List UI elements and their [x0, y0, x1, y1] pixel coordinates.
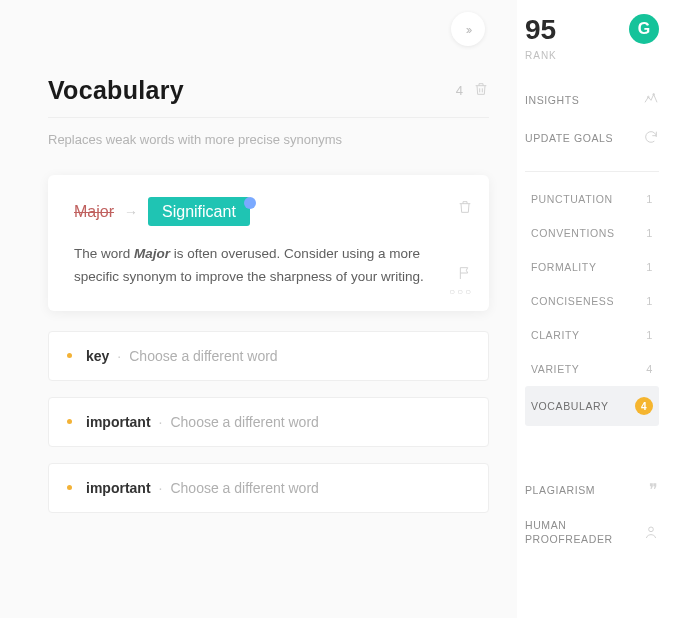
insights-link[interactable]: INSIGHTS: [525, 81, 659, 119]
suggestion-row[interactable]: important·Choose a different word: [48, 397, 489, 447]
bullet-icon: [67, 419, 72, 424]
svg-point-2: [649, 527, 654, 532]
score-value: 95: [525, 14, 556, 46]
suggestion-row[interactable]: important·Choose a different word: [48, 463, 489, 513]
card-text-pre: The word: [74, 246, 134, 261]
sidebar-item-count: 1: [646, 227, 653, 239]
card-actions: [457, 199, 473, 285]
sidebar-item-variety[interactable]: VARIETY4: [525, 352, 659, 386]
separator: ·: [159, 480, 163, 496]
plagiarism-link[interactable]: PLAGIARISM ❞: [525, 470, 659, 509]
person-icon: [643, 524, 659, 542]
score-row: 95 G: [525, 14, 659, 46]
more-icon[interactable]: ○○○: [449, 286, 473, 297]
sidebar-divider: [525, 171, 659, 172]
suggestion-word: important: [86, 414, 151, 430]
proofreader-link[interactable]: HUMAN PROOFREADER: [525, 509, 659, 556]
main-panel: ›› Vocabulary 4 Replaces weak words with…: [0, 0, 517, 618]
insights-label: INSIGHTS: [525, 94, 579, 106]
sidebar-item-label: VARIETY: [531, 363, 579, 375]
sidebar-item-conventions[interactable]: CONVENTIONS1: [525, 216, 659, 250]
grammarly-logo[interactable]: G: [629, 14, 659, 44]
sidebar-item-label: VOCABULARY: [531, 400, 609, 412]
chevrons-right-icon: ››: [466, 22, 471, 37]
proofreader-label: HUMAN PROOFREADER: [525, 519, 643, 546]
suggestion-list: key·Choose a different wordimportant·Cho…: [48, 331, 489, 513]
suggestion-word: key: [86, 348, 109, 364]
refresh-icon: [643, 129, 659, 147]
section-title: Vocabulary: [48, 76, 184, 105]
bullet-icon: [67, 485, 72, 490]
suggestion-card: Major → Significant The word Major is of…: [48, 175, 489, 311]
sidebar-item-formality[interactable]: FORMALITY1: [525, 250, 659, 284]
suggestion-word: important: [86, 480, 151, 496]
sidebar-item-count: 4: [646, 363, 653, 375]
section-description: Replaces weak words with more precise sy…: [48, 132, 489, 147]
separator: ·: [117, 348, 121, 364]
sidebar-item-clarity[interactable]: CLARITY1: [525, 318, 659, 352]
trash-icon[interactable]: [473, 81, 489, 101]
card-body: The word Major is often overused. Consid…: [74, 243, 463, 289]
sidebar-item-vocabulary[interactable]: VOCABULARY4: [525, 386, 659, 426]
sidebar-item-count: 1: [646, 295, 653, 307]
replacement-chip[interactable]: Significant: [148, 203, 250, 221]
suggestion-hint: Choose a different word: [170, 414, 318, 430]
suggestion-row[interactable]: key·Choose a different word: [48, 331, 489, 381]
sidebar-item-label: CONCISENESS: [531, 295, 614, 307]
suggestion-hint: Choose a different word: [170, 480, 318, 496]
bullet-icon: [67, 353, 72, 358]
rank-label: RANK: [525, 50, 659, 61]
original-word: Major: [74, 203, 114, 221]
section-header: Vocabulary 4: [48, 76, 489, 118]
replacement-word: Significant: [148, 197, 250, 226]
card-header: Major → Significant: [74, 203, 463, 221]
insights-icon: [643, 91, 659, 109]
section-count: 4: [456, 83, 463, 98]
update-goals-label: UPDATE GOALS: [525, 132, 613, 144]
sidebar-item-label: FORMALITY: [531, 261, 597, 273]
quote-icon: ❞: [649, 480, 659, 499]
sidebar: 95 G RANK INSIGHTS UPDATE GOALS PUNCTUAT…: [517, 0, 673, 618]
sidebar-item-count: 1: [646, 261, 653, 273]
sidebar-item-count: 1: [646, 329, 653, 341]
arrow-right-icon: →: [124, 204, 138, 220]
section-header-right: 4: [456, 81, 489, 101]
sidebar-item-badge: 4: [635, 397, 653, 415]
separator: ·: [159, 414, 163, 430]
chip-indicator-dot: [244, 197, 256, 209]
flag-icon[interactable]: [457, 265, 473, 285]
sidebar-item-label: CLARITY: [531, 329, 580, 341]
update-goals-link[interactable]: UPDATE GOALS: [525, 119, 659, 157]
card-text-em: Major: [134, 246, 170, 261]
sidebar-item-label: CONVENTIONS: [531, 227, 615, 239]
sidebar-item-conciseness[interactable]: CONCISENESS1: [525, 284, 659, 318]
category-list: PUNCTUATION1CONVENTIONS1FORMALITY1CONCIS…: [525, 182, 659, 426]
suggestion-hint: Choose a different word: [129, 348, 277, 364]
collapse-button[interactable]: ››: [451, 12, 485, 46]
plagiarism-label: PLAGIARISM: [525, 484, 595, 496]
sidebar-item-count: 1: [646, 193, 653, 205]
sidebar-item-label: PUNCTUATION: [531, 193, 613, 205]
sidebar-item-punctuation[interactable]: PUNCTUATION1: [525, 182, 659, 216]
trash-icon[interactable]: [457, 199, 473, 219]
